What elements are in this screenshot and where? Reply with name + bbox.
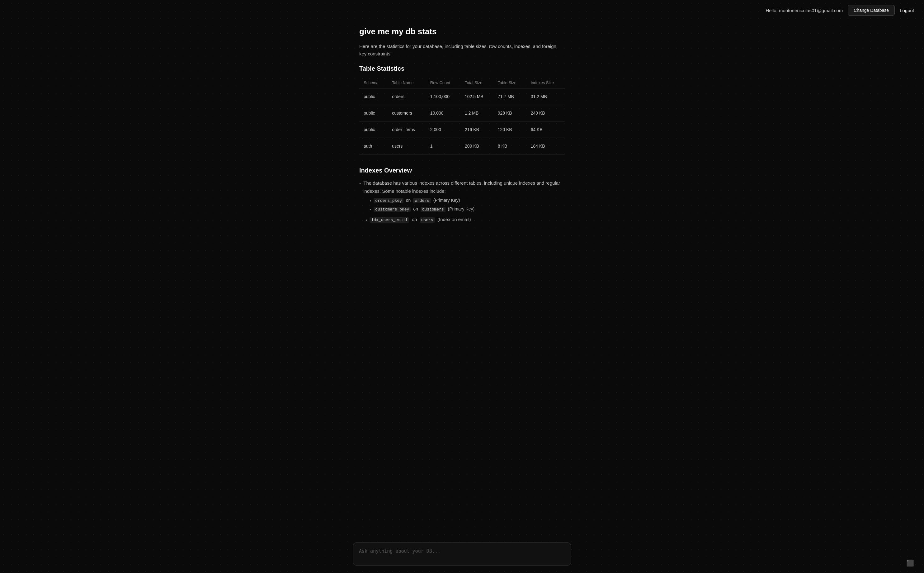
cell-table-name: order_items xyxy=(388,121,426,138)
indexes-outer-list: • The database has various indexes acros… xyxy=(359,179,565,224)
chat-input-wrapper xyxy=(353,542,571,567)
col-table-name: Table Name xyxy=(388,77,426,88)
cell-indexes-size: 240 KB xyxy=(527,105,565,121)
col-total-size: Total Size xyxy=(460,77,493,88)
cell-table-size: 8 KB xyxy=(493,138,527,155)
cell-schema: public xyxy=(359,105,388,121)
cell-table-name: users xyxy=(388,138,426,155)
index-table-code: orders xyxy=(413,198,431,204)
col-table-size: Table Size xyxy=(493,77,527,88)
table-statistics-heading: Table Statistics xyxy=(359,65,565,72)
idx-users-email-text: idx_users_email on users (Index on email… xyxy=(369,216,471,224)
cell-table-name: orders xyxy=(388,88,426,105)
bullet-icon: • xyxy=(369,197,371,205)
cell-row-count: 2,000 xyxy=(426,121,460,138)
idx-users-email-table-code: users xyxy=(420,218,435,223)
indexes-overview-heading: Indexes Overview xyxy=(359,167,565,174)
cell-total-size: 1.2 MB xyxy=(460,105,493,121)
table-row: public order_items 2,000 216 KB 120 KB 6… xyxy=(359,121,565,138)
col-schema: Schema xyxy=(359,77,388,88)
index-item-text: customers_pkey on customers (Primary Key… xyxy=(374,205,474,213)
logout-button[interactable]: Logout xyxy=(900,8,914,13)
description: Here are the statistics for your databas… xyxy=(359,43,565,58)
index-code: customers_pkey xyxy=(374,207,411,212)
table-row: public orders 1,100,000 102.5 MB 71.7 MB… xyxy=(359,88,565,105)
col-indexes-size: Indexes Size xyxy=(527,77,565,88)
stats-table: Schema Table Name Row Count Total Size T… xyxy=(359,77,565,155)
bullet-icon: • xyxy=(369,206,371,214)
bullet-icon: • xyxy=(359,180,361,188)
cell-indexes-size: 31.2 MB xyxy=(527,88,565,105)
bullet-icon: • xyxy=(366,216,367,224)
idx-users-email-code: idx_users_email xyxy=(369,218,409,223)
cell-table-name: customers xyxy=(388,105,426,121)
index-code: orders_pkey xyxy=(374,198,403,204)
index-item-text: orders_pkey on orders (Primary Key) xyxy=(374,197,460,204)
header-greeting: Hello, montonenicolas01@gmail.com xyxy=(766,8,843,13)
cell-schema: public xyxy=(359,88,388,105)
indexes-intro-text: The database has various indexes across … xyxy=(363,179,565,214)
list-item: • customers_pkey on customers (Primary K… xyxy=(369,205,565,214)
cell-total-size: 200 KB xyxy=(460,138,493,155)
cell-indexes-size: 184 KB xyxy=(527,138,565,155)
page-title: give me my db stats xyxy=(359,27,565,36)
cell-schema: auth xyxy=(359,138,388,155)
cell-table-size: 120 KB xyxy=(493,121,527,138)
change-database-button[interactable]: Change Database xyxy=(848,5,895,16)
indexes-intro-item: • The database has various indexes acros… xyxy=(359,179,565,214)
cell-row-count: 10,000 xyxy=(426,105,460,121)
cell-indexes-size: 64 KB xyxy=(527,121,565,138)
cell-table-size: 928 KB xyxy=(493,105,527,121)
idx-users-email-item: • idx_users_email on users (Index on ema… xyxy=(359,216,565,224)
chat-input[interactable] xyxy=(353,542,571,565)
chat-input-container xyxy=(0,536,924,573)
list-item: • orders_pkey on orders (Primary Key) xyxy=(369,197,565,205)
table-row: public customers 10,000 1.2 MB 928 KB 24… xyxy=(359,105,565,121)
cell-total-size: 102.5 MB xyxy=(460,88,493,105)
cell-row-count: 1 xyxy=(426,138,460,155)
cell-schema: public xyxy=(359,121,388,138)
table-row: auth users 1 200 KB 8 KB 184 KB xyxy=(359,138,565,155)
cell-total-size: 216 KB xyxy=(460,121,493,138)
index-table-code: customers xyxy=(421,207,446,212)
indexes-sub-list: • orders_pkey on orders (Primary Key) • … xyxy=(363,197,565,214)
header: Hello, montonenicolas01@gmail.com Change… xyxy=(0,0,924,20)
terminal-icon: ⬛ xyxy=(906,559,914,567)
cell-row-count: 1,100,000 xyxy=(426,88,460,105)
col-row-count: Row Count xyxy=(426,77,460,88)
main-content: give me my db stats Here are the statist… xyxy=(353,20,571,299)
indexes-overview-section: Indexes Overview • The database has vari… xyxy=(359,167,565,224)
table-header-row: Schema Table Name Row Count Total Size T… xyxy=(359,77,565,88)
cell-table-size: 71.7 MB xyxy=(493,88,527,105)
